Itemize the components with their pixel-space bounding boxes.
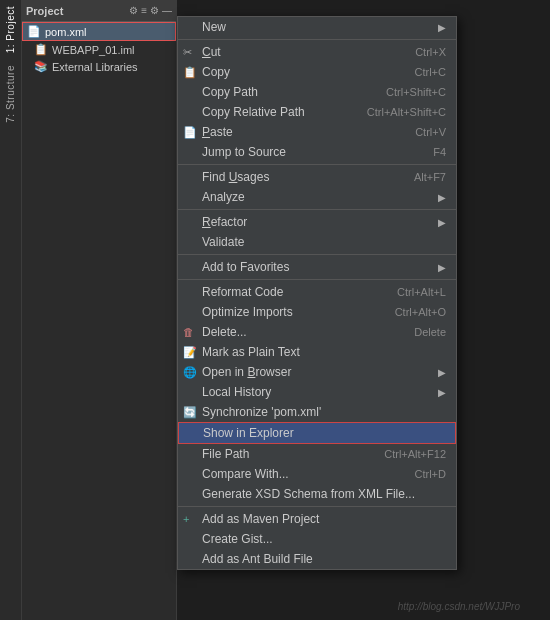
menu-label-open-in-browser: Open in Browser xyxy=(202,365,438,379)
menu-item-refactor[interactable]: Refactor ▶ xyxy=(178,212,456,232)
menu-item-delete[interactable]: 🗑 Delete... Delete xyxy=(178,322,456,342)
separator-5 xyxy=(178,279,456,280)
project-panel: Project ⚙ ≡ ⚙ — 📄 pom.xml 📋 WEBAPP_01.im… xyxy=(22,0,177,620)
sidebar-tab-project[interactable]: 1: Project xyxy=(3,0,18,59)
menu-item-copy-relative-path[interactable]: Copy Relative Path Ctrl+Alt+Shift+C xyxy=(178,102,456,122)
separator-1 xyxy=(178,39,456,40)
panel-header: Project ⚙ ≡ ⚙ — xyxy=(22,0,176,22)
menu-label-copy-path: Copy Path xyxy=(202,85,366,99)
shortcut-find-usages: Alt+F7 xyxy=(394,171,446,183)
menu-item-synchronize[interactable]: 🔄 Synchronize 'pom.xml' xyxy=(178,402,456,422)
menu-item-copy-path[interactable]: Copy Path Ctrl+Shift+C xyxy=(178,82,456,102)
context-menu: New ▶ ✂ Cut Ctrl+X 📋 Copy Ctrl+C Copy Pa… xyxy=(177,16,457,570)
menu-label-add-maven: Add as Maven Project xyxy=(202,512,446,526)
sidebar: 1: Project 7: Structure xyxy=(0,0,22,620)
menu-label-add-to-favorites: Add to Favorites xyxy=(202,260,438,274)
maven-icon: + xyxy=(183,513,189,525)
menu-item-show-in-explorer[interactable]: Show in Explorer xyxy=(178,422,456,444)
separator-2 xyxy=(178,164,456,165)
settings-icon[interactable]: ⚙ xyxy=(150,5,159,16)
cut-icon: ✂ xyxy=(183,46,192,59)
menu-label-find-usages: Find Usages xyxy=(202,170,394,184)
tree-item-extlib[interactable]: 📚 External Libraries xyxy=(22,58,176,75)
copy-icon: 📋 xyxy=(183,66,197,79)
separator-3 xyxy=(178,209,456,210)
menu-label-synchronize: Synchronize 'pom.xml' xyxy=(202,405,446,419)
menu-label-reformat-code: Reformat Code xyxy=(202,285,377,299)
separator-6 xyxy=(178,506,456,507)
webapp-icon: 📋 xyxy=(34,43,48,56)
pom-icon: 📄 xyxy=(27,25,41,38)
menu-item-analyze[interactable]: Analyze ▶ xyxy=(178,187,456,207)
gear-icon[interactable]: ⚙ xyxy=(129,5,138,16)
filter-icon[interactable]: ≡ xyxy=(141,5,147,16)
menu-item-create-gist[interactable]: Create Gist... xyxy=(178,529,456,549)
menu-label-validate: Validate xyxy=(202,235,446,249)
menu-label-create-gist: Create Gist... xyxy=(202,532,446,546)
shortcut-reformat-code: Ctrl+Alt+L xyxy=(377,286,446,298)
menu-item-add-to-favorites[interactable]: Add to Favorites ▶ xyxy=(178,257,456,277)
browser-icon: 🌐 xyxy=(183,366,197,379)
watermark: http://blog.csdn.net/WJJPro xyxy=(398,601,520,612)
menu-item-add-ant-build[interactable]: Add as Ant Build File xyxy=(178,549,456,569)
tree-item-pom-label: pom.xml xyxy=(45,26,87,38)
menu-item-reformat-code[interactable]: Reformat Code Ctrl+Alt+L xyxy=(178,282,456,302)
menu-label-cut: Cut xyxy=(202,45,395,59)
menu-label-refactor: Refactor xyxy=(202,215,438,229)
arrow-icon-local-history: ▶ xyxy=(438,387,446,398)
menu-item-file-path[interactable]: File Path Ctrl+Alt+F12 xyxy=(178,444,456,464)
menu-label-generate-xsd: Generate XSD Schema from XML File... xyxy=(202,487,446,501)
menu-item-new[interactable]: New ▶ xyxy=(178,17,456,37)
tree-item-pom[interactable]: 📄 pom.xml xyxy=(22,22,176,41)
menu-item-validate[interactable]: Validate xyxy=(178,232,456,252)
sidebar-tab-structure[interactable]: 7: Structure xyxy=(3,59,18,129)
menu-item-optimize-imports[interactable]: Optimize Imports Ctrl+Alt+O xyxy=(178,302,456,322)
delete-icon: 🗑 xyxy=(183,326,194,338)
menu-item-mark-plain-text[interactable]: 📝 Mark as Plain Text xyxy=(178,342,456,362)
menu-item-open-in-browser[interactable]: 🌐 Open in Browser ▶ xyxy=(178,362,456,382)
menu-item-copy[interactable]: 📋 Copy Ctrl+C xyxy=(178,62,456,82)
shortcut-compare-with: Ctrl+D xyxy=(395,468,446,480)
panel-title: Project xyxy=(26,5,129,17)
menu-item-local-history[interactable]: Local History ▶ xyxy=(178,382,456,402)
menu-item-jump-to-source[interactable]: Jump to Source F4 xyxy=(178,142,456,162)
separator-4 xyxy=(178,254,456,255)
menu-item-add-maven[interactable]: + Add as Maven Project xyxy=(178,509,456,529)
menu-label-new: New xyxy=(202,20,438,34)
panel-header-icons: ⚙ ≡ ⚙ — xyxy=(129,5,172,16)
menu-label-compare-with: Compare With... xyxy=(202,467,395,481)
menu-label-mark-plain-text: Mark as Plain Text xyxy=(202,345,446,359)
menu-label-paste: Paste xyxy=(202,125,395,139)
tree-item-extlib-label: External Libraries xyxy=(52,61,138,73)
menu-item-paste[interactable]: 📄 Paste Ctrl+V xyxy=(178,122,456,142)
menu-label-show-in-explorer: Show in Explorer xyxy=(203,426,445,440)
shortcut-paste: Ctrl+V xyxy=(395,126,446,138)
extlib-icon: 📚 xyxy=(34,60,48,73)
collapse-icon[interactable]: — xyxy=(162,5,172,16)
menu-item-find-usages[interactable]: Find Usages Alt+F7 xyxy=(178,167,456,187)
menu-item-cut[interactable]: ✂ Cut Ctrl+X xyxy=(178,42,456,62)
paste-icon: 📄 xyxy=(183,126,197,139)
shortcut-copy-relative-path: Ctrl+Alt+Shift+C xyxy=(347,106,446,118)
shortcut-copy: Ctrl+C xyxy=(395,66,446,78)
arrow-icon-new: ▶ xyxy=(438,22,446,33)
shortcut-jump-to-source: F4 xyxy=(413,146,446,158)
menu-label-delete: Delete... xyxy=(202,325,394,339)
arrow-icon-browser: ▶ xyxy=(438,367,446,378)
menu-label-local-history: Local History xyxy=(202,385,438,399)
arrow-icon-refactor: ▶ xyxy=(438,217,446,228)
shortcut-file-path: Ctrl+Alt+F12 xyxy=(364,448,446,460)
menu-label-jump-to-source: Jump to Source xyxy=(202,145,413,159)
menu-item-compare-with[interactable]: Compare With... Ctrl+D xyxy=(178,464,456,484)
menu-label-copy-relative-path: Copy Relative Path xyxy=(202,105,347,119)
sync-icon: 🔄 xyxy=(183,406,197,419)
shortcut-optimize-imports: Ctrl+Alt+O xyxy=(375,306,446,318)
shortcut-delete: Delete xyxy=(394,326,446,338)
menu-item-generate-xsd[interactable]: Generate XSD Schema from XML File... xyxy=(178,484,456,504)
arrow-icon-favorites: ▶ xyxy=(438,262,446,273)
menu-label-analyze: Analyze xyxy=(202,190,438,204)
tree-item-webapp[interactable]: 📋 WEBAPP_01.iml xyxy=(22,41,176,58)
shortcut-cut: Ctrl+X xyxy=(395,46,446,58)
shortcut-copy-path: Ctrl+Shift+C xyxy=(366,86,446,98)
arrow-icon-analyze: ▶ xyxy=(438,192,446,203)
